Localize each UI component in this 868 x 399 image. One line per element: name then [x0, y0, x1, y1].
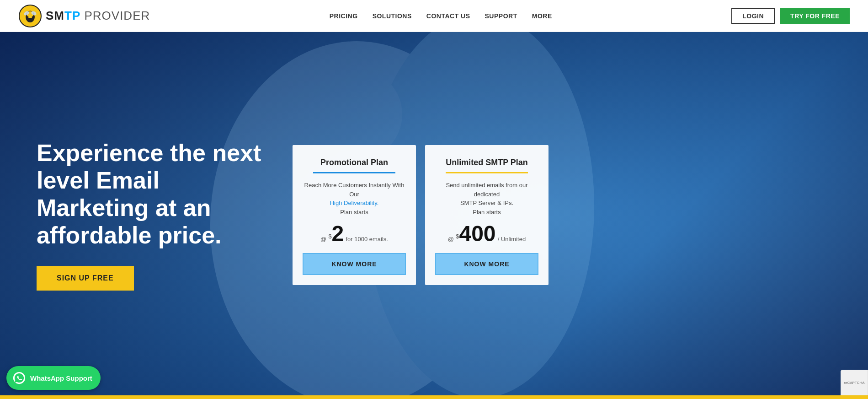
unlimited-know-more-button[interactable]: KNOW MORE	[435, 253, 538, 275]
whatsapp-support-button[interactable]: WhatsApp Support	[6, 366, 101, 390]
bottom-bar	[0, 395, 868, 398]
promotional-highlight: High Deliverability.	[330, 200, 379, 206]
logo[interactable]: SMTP PROVIDER	[18, 4, 150, 28]
hero-title: Experience the next level Email Marketin…	[37, 140, 274, 249]
svg-rect-6	[28, 17, 32, 18]
whatsapp-icon	[13, 372, 26, 384]
hero-left: Experience the next level Email Marketin…	[37, 140, 274, 290]
unlimited-price-prefix: @	[448, 236, 454, 243]
promotional-plan-divider	[313, 172, 396, 173]
try-free-button[interactable]: TRY FOR FREE	[780, 8, 850, 24]
promotional-price-prefix: @	[320, 236, 326, 243]
nav-actions: LOGIN TRY FOR FREE	[731, 8, 850, 24]
unlimited-plan-desc: Send unlimited emails from our dedicated…	[435, 181, 538, 216]
nav-item-more[interactable]: MORE	[532, 12, 552, 20]
unlimited-price-suffix: / Unlimited	[498, 236, 526, 243]
whatsapp-label: WhatsApp Support	[30, 374, 92, 382]
login-button[interactable]: LOGIN	[731, 8, 775, 24]
nav-links: PRICING SOLUTIONS CONTACT US SUPPORT MOR…	[330, 12, 552, 20]
unlimited-plan-card: Unlimited SMTP Plan Send unlimited email…	[425, 145, 548, 285]
hero-content: Experience the next level Email Marketin…	[0, 140, 868, 290]
unlimited-plan-title: Unlimited SMTP Plan	[435, 158, 538, 167]
captcha-text: reCAPTCHA	[844, 381, 864, 385]
unlimited-price-amount: 400	[459, 221, 495, 246]
nav-item-contact[interactable]: CONTACT US	[426, 12, 470, 20]
navbar: SMTP PROVIDER PRICING SOLUTIONS CONTACT …	[0, 0, 868, 32]
unlimited-plan-price: @ $400 / Unlimited	[435, 223, 538, 245]
nav-item-pricing[interactable]: PRICING	[330, 12, 358, 20]
promotional-plan-card: Promotional Plan Reach More Customers In…	[293, 145, 416, 285]
plan-cards: Promotional Plan Reach More Customers In…	[293, 145, 548, 285]
nav-item-support[interactable]: SUPPORT	[485, 12, 517, 20]
logo-icon	[18, 4, 42, 28]
unlimited-plan-divider	[446, 172, 528, 173]
promotional-price-suffix: for 1000 emails.	[346, 236, 388, 243]
promotional-know-more-button[interactable]: KNOW MORE	[303, 253, 406, 275]
promotional-price-amount: 2	[332, 221, 344, 246]
promotional-plan-title: Promotional Plan	[303, 158, 406, 167]
unlimited-highlight: SMTP Server & IPs.	[460, 200, 513, 206]
logo-text: SMTP PROVIDER	[46, 9, 150, 23]
promotional-plan-desc: Reach More Customers Instantly With Our …	[303, 181, 406, 216]
nav-item-solutions[interactable]: SOLUTIONS	[373, 12, 412, 20]
promotional-plan-price: @ $2 for 1000 emails.	[303, 223, 406, 245]
svg-point-10	[443, 64, 517, 137]
hero-section: Experience the next level Email Marketin…	[0, 32, 868, 398]
svg-rect-5	[28, 15, 32, 16]
signup-button[interactable]: SIGN UP FREE	[37, 266, 134, 291]
promotional-price-currency: $	[328, 233, 331, 240]
captcha-badge: reCAPTCHA	[841, 370, 868, 395]
